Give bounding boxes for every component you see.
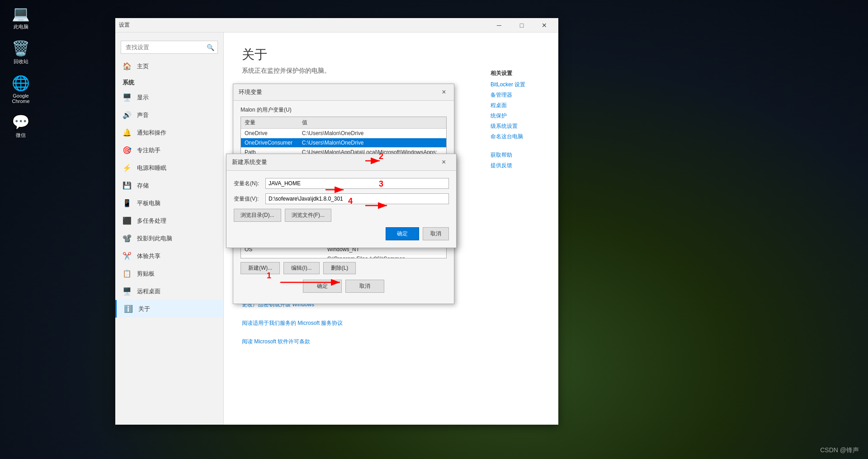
- var-value-label: 变量值(V):: [234, 195, 265, 203]
- search-input[interactable]: [121, 41, 218, 54]
- maximize-button[interactable]: □: [511, 18, 532, 33]
- recycle-bin-label: 回收站: [14, 58, 28, 65]
- new-var-dialog: 新建系统变量 × 变量名(N): 变量值(V): 浏览目录(D)... 浏览文件…: [226, 154, 457, 248]
- sidebar-label-project: 投影到此电脑: [137, 234, 172, 243]
- multitask-icon: ⬛: [123, 216, 132, 225]
- user-var-col-header: 变量: [241, 117, 298, 129]
- table-row[interactable]: Path C:\Program Files (x86)\Common Files…: [241, 254, 447, 259]
- ms-services-link[interactable]: 阅读适用于我们服务的 Microsoft 服务协议: [242, 319, 540, 327]
- user-var-value: C:\Users\Malon\OneDrive: [298, 138, 446, 148]
- bitlocker-link[interactable]: BitLocker 设置: [491, 81, 554, 89]
- sidebar-label-multitask: 多任务处理: [137, 217, 166, 225]
- minimize-button[interactable]: ─: [489, 18, 509, 33]
- env-cancel-button[interactable]: 取消: [345, 280, 384, 293]
- sidebar-item-multitask[interactable]: ⬛ 多任务处理: [115, 212, 223, 230]
- sidebar-label-display: 显示: [137, 94, 149, 102]
- project-icon: 📽️: [123, 234, 132, 243]
- new-var-ok-button[interactable]: 确定: [386, 227, 419, 240]
- env-dialog-titlebar: 环境变量 ×: [233, 84, 454, 101]
- env-ok-button[interactable]: 确定: [303, 280, 342, 293]
- user-var-name: OneDrive: [241, 129, 298, 138]
- env-dialog-title: 环境变量: [239, 88, 262, 96]
- new-var-title: 新建系统变量: [232, 158, 267, 166]
- sys-var-value: C:\Program Files (x86)\Common Files\Orac…: [324, 254, 447, 259]
- about-icon: ℹ️: [124, 304, 133, 313]
- search-icon: 🔍: [207, 44, 214, 51]
- sidebar-label-remote: 远程桌面: [137, 287, 160, 295]
- titlebar-controls: ─ □ ✕: [489, 18, 555, 33]
- sidebar-item-display[interactable]: 🖥️ 显示: [115, 89, 223, 106]
- sidebar-item-clipboard[interactable]: 📋 剪贴板: [115, 265, 223, 282]
- sidebar-item-notifications[interactable]: 🔔 通知和操作: [115, 124, 223, 141]
- sys-edit-button[interactable]: 编辑(I)...: [283, 262, 319, 274]
- settings-titlebar: 设置 ─ □ ✕: [115, 18, 558, 33]
- browse-dir-button[interactable]: 浏览目录(D)...: [234, 209, 281, 222]
- power-icon: ⚡: [123, 164, 132, 172]
- var-name-row: 变量名(N):: [234, 178, 449, 189]
- sidebar-label-about: 关于: [138, 305, 150, 313]
- advanced-settings-link[interactable]: 级系统设置: [491, 122, 554, 130]
- notifications-icon: 🔔: [123, 128, 132, 137]
- rename-pc-link[interactable]: 命名这台电脑: [491, 133, 554, 141]
- device-manager-link[interactable]: 备管理器: [491, 91, 554, 99]
- system-protection-link[interactable]: 统保护: [491, 112, 554, 120]
- my-computer-label: 此电脑: [14, 23, 28, 30]
- sidebar-label-share: 体验共享: [137, 252, 160, 260]
- sys-var-name: Path: [241, 254, 324, 259]
- close-button[interactable]: ✕: [534, 18, 555, 33]
- chrome-img: 🌐: [12, 74, 30, 92]
- display-icon: 🖥️: [123, 93, 132, 102]
- related-settings-label: 相关设置: [491, 70, 554, 77]
- sidebar-item-focus[interactable]: 🎯 专注助手: [115, 141, 223, 159]
- home-icon: 🏠: [123, 62, 132, 70]
- sidebar-item-storage[interactable]: 💾 存储: [115, 177, 223, 194]
- clipboard-icon: 📋: [123, 269, 132, 278]
- new-var-cancel-button[interactable]: 取消: [423, 227, 449, 240]
- feedback-link[interactable]: 提供反馈: [491, 162, 554, 169]
- sound-icon: 🔊: [123, 111, 132, 119]
- chrome-label: GoogleChrome: [12, 93, 29, 104]
- sidebar-label-focus: 专注助手: [137, 146, 160, 155]
- sidebar-item-tablet[interactable]: 📱 平板电脑: [115, 194, 223, 212]
- new-var-titlebar: 新建系统变量 ×: [226, 154, 456, 171]
- recycle-bin-icon[interactable]: 🗑️ 回收站: [5, 39, 37, 65]
- sidebar-label-notifications: 通知和操作: [137, 129, 166, 137]
- settings-title: 设置: [119, 21, 130, 29]
- table-row[interactable]: OneDrive C:\Users\Malon\OneDrive: [241, 129, 446, 138]
- ms-license-link[interactable]: 阅读 Microsoft 软件许可条款: [242, 338, 540, 346]
- share-icon: ✂️: [123, 252, 132, 260]
- remote-desktop-link[interactable]: 程桌面: [491, 102, 554, 109]
- storage-icon: 💾: [123, 181, 132, 190]
- sidebar-item-about[interactable]: ℹ️ 关于: [115, 300, 223, 318]
- wechat-icon[interactable]: 💬 微信: [5, 113, 37, 139]
- chrome-icon[interactable]: 🌐 GoogleChrome: [5, 74, 37, 104]
- sidebar-label-clipboard: 剪贴板: [137, 270, 155, 278]
- get-help-link[interactable]: 获取帮助: [491, 151, 554, 159]
- sidebar-label-storage: 存储: [137, 182, 149, 190]
- table-row[interactable]: OneDriveConsumer C:\Users\Malon\OneDrive: [241, 138, 446, 148]
- new-var-close[interactable]: ×: [442, 158, 451, 167]
- sidebar-item-project[interactable]: 📽️ 投影到此电脑: [115, 230, 223, 247]
- var-name-input[interactable]: [265, 178, 449, 189]
- sidebar-label-sound: 声音: [137, 111, 149, 119]
- user-val-col-header: 值: [298, 117, 446, 129]
- var-name-label: 变量名(N):: [234, 180, 265, 187]
- sidebar-item-remote[interactable]: 🖥️ 远程桌面: [115, 282, 223, 300]
- sidebar-item-power[interactable]: ⚡ 电源和睡眠: [115, 159, 223, 177]
- sys-delete-button[interactable]: 删除(L): [323, 262, 356, 274]
- sidebar-item-sound[interactable]: 🔊 声音: [115, 106, 223, 124]
- browse-file-button[interactable]: 浏览文件(F)...: [285, 209, 331, 222]
- tablet-icon: 📱: [123, 199, 132, 207]
- env-dialog-close[interactable]: ×: [439, 88, 448, 97]
- var-value-input[interactable]: [265, 193, 449, 204]
- sidebar-item-home[interactable]: 🏠 主页: [115, 57, 223, 75]
- wechat-img: 💬: [12, 113, 30, 131]
- var-value-row: 变量值(V):: [234, 193, 449, 204]
- recycle-bin-img: 🗑️: [12, 39, 30, 57]
- sys-new-button[interactable]: 新建(W)...: [241, 262, 280, 274]
- sidebar-item-share[interactable]: ✂️ 体验共享: [115, 247, 223, 265]
- user-vars-label: Malon 的用户变量(U): [241, 106, 447, 114]
- related-settings: 相关设置 BitLocker 设置 备管理器 程桌面 统保护 级系统设置 命名这…: [486, 65, 558, 177]
- user-var-name: OneDriveConsumer: [241, 138, 298, 148]
- my-computer-icon[interactable]: 💻 此电脑: [5, 5, 37, 30]
